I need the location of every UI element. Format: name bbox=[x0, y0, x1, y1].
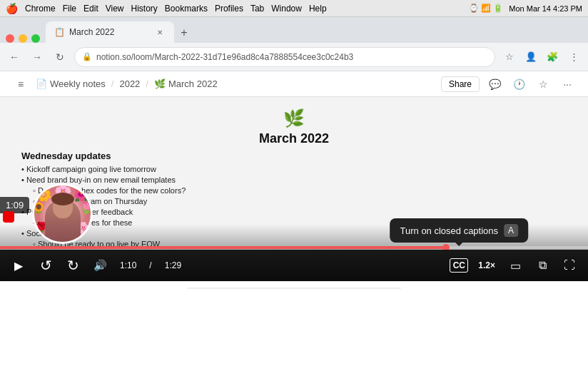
page-divider bbox=[187, 288, 401, 289]
menu-bar: 🍎 Chrome File Edit View History Bookmark… bbox=[0, 0, 588, 17]
rewind-button[interactable]: ↺ bbox=[36, 255, 56, 275]
video-controls: ▶ ↺ ↻ 🔊 1:10 / 1:29 Turn on closed capti… bbox=[0, 250, 588, 281]
volume-button[interactable]: 🔊 bbox=[90, 255, 110, 275]
menu-file[interactable]: File bbox=[63, 4, 76, 14]
extensions-button[interactable]: 🧩 bbox=[544, 49, 561, 66]
flower-top-right: 🌺 bbox=[74, 187, 89, 203]
security-icon: 🔒 bbox=[82, 52, 92, 61]
menu-bar-right: ⌚ 📶 🔋 Mon Mar 14 4:23 PM bbox=[469, 4, 582, 13]
breadcrumb-page[interactable]: 🌿 March 2022 bbox=[154, 78, 218, 89]
profile-button[interactable]: 👤 bbox=[522, 49, 539, 66]
notion-nav: ≡ 📄 Weekly notes / 2022 / 🌿 March 2022 S… bbox=[0, 71, 588, 97]
breadcrumb-weekly-notes-icon: 📄 bbox=[36, 78, 47, 89]
cc-tooltip: Turn on closed captions A bbox=[390, 218, 529, 243]
breadcrumb-weekly-notes[interactable]: 📄 Weekly notes bbox=[36, 78, 106, 89]
recorded-section-title: Wednesday updates bbox=[21, 151, 111, 161]
menu-profiles[interactable]: Profiles bbox=[215, 4, 243, 14]
menu-tab[interactable]: Tab bbox=[250, 4, 264, 14]
menu-bookmarks[interactable]: Bookmarks bbox=[165, 4, 208, 14]
recorded-page-title: March 2022 bbox=[259, 131, 329, 146]
person-hair bbox=[51, 193, 74, 205]
more-options-button[interactable]: ··· bbox=[558, 75, 577, 93]
recorded-page-icon: 🌿 bbox=[283, 108, 305, 128]
video-player[interactable]: 🌿 March 2022 Wednesday updates Kickoff c… bbox=[0, 97, 588, 281]
history-button[interactable]: 🕐 bbox=[510, 75, 528, 93]
breadcrumb-separator-1: / bbox=[111, 78, 114, 89]
url-bar[interactable]: 🔒 notion.so/loom/March-2022-31d71e96ad8c… bbox=[74, 47, 495, 67]
flower-mid-left: 🌻 bbox=[34, 201, 46, 215]
maximize-window-button[interactable] bbox=[31, 34, 40, 43]
breadcrumb-weekly-notes-label: Weekly notes bbox=[50, 78, 106, 89]
menubar-icons: ⌚ 📶 🔋 bbox=[469, 4, 503, 13]
back-button[interactable]: ← bbox=[6, 49, 23, 66]
time-current: 1:10 bbox=[120, 260, 136, 270]
notion-nav-right: Share 💬 🕐 ☆ ··· bbox=[441, 75, 577, 93]
favorite-button[interactable]: ☆ bbox=[534, 75, 552, 93]
landscape-mode-button[interactable]: ▭ bbox=[505, 255, 525, 275]
menu-bar-left: 🍎 Chrome File Edit View History Bookmark… bbox=[6, 3, 327, 14]
bullet-3: Presentation on user feedback bbox=[21, 208, 567, 216]
more-button[interactable]: ⋮ bbox=[565, 49, 582, 66]
active-tab[interactable]: 📋 March 2022 ✕ bbox=[46, 21, 174, 43]
bullet-2-sub-1: Do we have hex codes for the new colors? bbox=[21, 186, 567, 195]
time-total: 1:29 bbox=[165, 260, 181, 270]
progress-fill bbox=[0, 246, 446, 249]
breadcrumb-page-label: March 2022 bbox=[168, 78, 218, 89]
breadcrumb-separator-2: / bbox=[146, 78, 148, 89]
share-button[interactable]: Share bbox=[441, 76, 480, 92]
webcam-bubble: 🌸 🌼 🌺 🌻 🌷 🌹 🌸 bbox=[32, 183, 93, 244]
page-bottom-area bbox=[0, 281, 588, 371]
menu-window[interactable]: Window bbox=[271, 4, 302, 14]
forward-button[interactable]: → bbox=[29, 49, 46, 66]
webcam-video: 🌸 🌼 🌺 🌻 🌷 🌹 🌸 bbox=[34, 186, 91, 242]
menu-history[interactable]: History bbox=[131, 4, 158, 14]
fullscreen-button[interactable]: ⛶ bbox=[559, 255, 579, 275]
bookmark-button[interactable]: ☆ bbox=[501, 49, 518, 66]
flower-mid-right: 🌷 bbox=[79, 201, 91, 215]
cc-keyboard-shortcut: A bbox=[504, 224, 518, 237]
bullet-1: Kickoff campaign going live tomorrow bbox=[21, 165, 567, 173]
url-text: notion.so/loom/March-2022-31d71e96ad8c4a… bbox=[96, 52, 353, 62]
tab-title: March 2022 bbox=[69, 27, 150, 37]
close-window-button[interactable] bbox=[6, 34, 14, 43]
time-separator: / bbox=[149, 260, 151, 270]
menu-help[interactable]: Help bbox=[309, 4, 327, 14]
new-tab-button[interactable]: + bbox=[174, 23, 194, 43]
menu-chrome[interactable]: Chrome bbox=[25, 4, 56, 14]
notion-nav-left: ≡ 📄 Weekly notes / 2022 / 🌿 March 2022 bbox=[11, 75, 218, 93]
recording-indicator bbox=[3, 211, 14, 223]
play-pause-button[interactable]: ▶ bbox=[9, 255, 29, 275]
refresh-button[interactable]: ↻ bbox=[51, 49, 69, 66]
cc-tooltip-text: Turn on closed captions bbox=[400, 225, 499, 236]
tab-bar: 📋 March 2022 ✕ + bbox=[0, 17, 588, 43]
pip-button[interactable]: ⧉ bbox=[532, 255, 552, 275]
cc-button-wrapper: Turn on closed captions A CC bbox=[450, 258, 468, 273]
flower-top-left: 🌼 bbox=[36, 187, 51, 203]
minimize-window-button[interactable] bbox=[19, 34, 27, 43]
menu-view[interactable]: View bbox=[106, 4, 124, 14]
tab-favicon: 📋 bbox=[54, 27, 65, 37]
forward-button[interactable]: ↻ bbox=[63, 255, 83, 275]
breadcrumb-year-label: 2022 bbox=[119, 78, 140, 89]
menubar-time: Mon Mar 14 4:23 PM bbox=[509, 4, 582, 13]
progress-bar[interactable] bbox=[0, 246, 588, 249]
menu-edit[interactable]: Edit bbox=[83, 4, 98, 14]
comments-button[interactable]: 💬 bbox=[485, 75, 504, 93]
tab-close-button[interactable]: ✕ bbox=[154, 26, 166, 38]
cc-button[interactable]: CC bbox=[450, 258, 468, 273]
bullet-2: Need brand buy-in on new email templates bbox=[21, 176, 567, 184]
speed-button[interactable]: 1.2× bbox=[475, 259, 498, 272]
sidebar-toggle-button[interactable]: ≡ bbox=[11, 75, 30, 93]
breadcrumb-page-icon: 🌿 bbox=[154, 78, 166, 89]
url-actions: ☆ 👤 🧩 ⋮ bbox=[501, 49, 582, 66]
bullet-2-sub-2: Meeting with team on Thursday bbox=[21, 197, 567, 205]
apple-menu[interactable]: 🍎 bbox=[6, 3, 18, 14]
breadcrumb-year[interactable]: 2022 bbox=[119, 78, 140, 89]
traffic-lights bbox=[6, 34, 40, 43]
address-bar: ← → ↻ 🔒 notion.so/loom/March-2022-31d71e… bbox=[0, 43, 588, 71]
